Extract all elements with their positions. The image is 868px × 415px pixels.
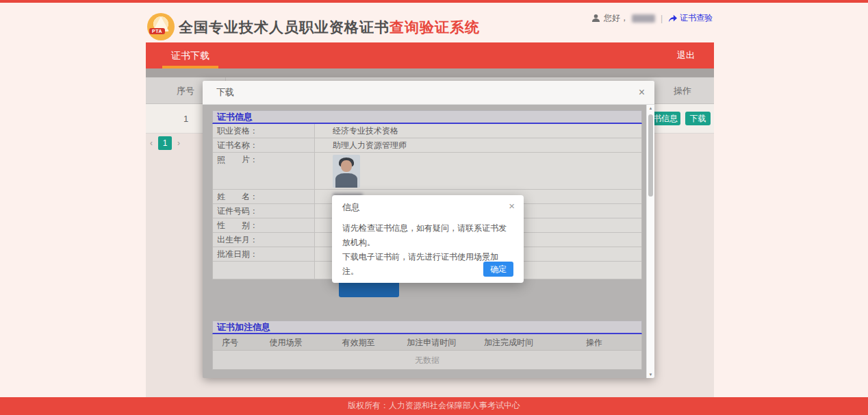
row-label: 批准日期： xyxy=(213,247,314,261)
row-value: 助理人力资源管理师 xyxy=(314,138,641,152)
pagination-next[interactable]: › xyxy=(177,138,180,148)
ann-col: 使用场景 xyxy=(247,334,324,350)
cert-info-section-title: 证书信息 xyxy=(212,110,642,124)
tab-label: 证书下载 xyxy=(171,50,209,61)
info-modal-title: 信息 xyxy=(342,201,360,214)
row-download-button[interactable]: 下载 xyxy=(685,112,711,125)
cert-verify-link[interactable]: 证书查验 xyxy=(668,12,713,24)
ann-col: 有效期至 xyxy=(324,334,393,350)
certificate-photo xyxy=(333,155,360,188)
pagination-page-1[interactable]: 1 xyxy=(158,136,172,150)
info-modal-header: 信息 × xyxy=(332,195,524,216)
modal-scrollbar[interactable]: ▲ ▼ xyxy=(646,105,654,378)
scrollbar-thumb[interactable] xyxy=(648,114,653,197)
annotation-table-header: 序号 使用场景 有效期至 加注申请时间 加注完成时间 操作 xyxy=(213,334,641,351)
bg-col-operation: 操作 xyxy=(651,77,714,103)
user-icon xyxy=(591,14,600,23)
row-value: 经济专业技术资格 xyxy=(314,124,641,138)
no-data-text: 无数据 xyxy=(213,351,641,370)
page-title: 全国专业技术人员职业资格证书查询验证系统 xyxy=(179,18,480,37)
modal-button-zone xyxy=(212,279,642,320)
title-accent: 查询验证系统 xyxy=(390,19,480,35)
redacted-username xyxy=(632,14,655,23)
download-modal-header: 下载 × xyxy=(203,81,654,105)
annotation-table: 序号 使用场景 有效期至 加注申请时间 加注完成时间 操作 无数据 xyxy=(212,334,642,370)
info-modal-close-icon[interactable]: × xyxy=(509,200,515,212)
share-arrow-icon xyxy=(668,14,678,23)
greeting-text: 您好， xyxy=(604,12,628,24)
site-header: PTA 全国专业技术人员职业资格证书查询验证系统 您好， | 证书查验 xyxy=(146,3,714,42)
content-top-strip xyxy=(146,68,714,77)
row-label: 证书名称： xyxy=(213,138,314,152)
download-modal-title: 下载 xyxy=(216,81,234,104)
ok-button[interactable]: 确定 xyxy=(483,262,513,277)
info-line-1: 请先检查证书信息，如有疑问，请联系证书发放机构。 xyxy=(342,221,513,250)
logo-text: PTA xyxy=(149,28,165,34)
pta-logo: PTA xyxy=(147,13,175,40)
row-label: 照 片： xyxy=(213,153,314,189)
verify-link-label: 证书查验 xyxy=(680,12,713,24)
row-label xyxy=(213,262,314,279)
ann-col: 加注完成时间 xyxy=(470,334,548,350)
tab-cert-download[interactable]: 证书下载 xyxy=(162,42,218,68)
pagination: ‹ 1 › xyxy=(150,136,180,150)
download-modal-close-icon[interactable]: × xyxy=(639,81,645,104)
info-modal: 信息 × 请先检查证书信息，如有疑问，请联系证书发放机构。 下载电子证书前，请先… xyxy=(332,195,524,283)
scroll-down-icon[interactable]: ▼ xyxy=(647,373,654,377)
photo-cell xyxy=(314,153,641,189)
ann-col: 序号 xyxy=(213,334,247,350)
ann-col: 操作 xyxy=(547,334,641,350)
annotation-section-title: 证书加注信息 xyxy=(212,320,642,334)
divider: | xyxy=(661,14,663,23)
row-label: 性 别： xyxy=(213,218,314,232)
title-main: 全国专业技术人员职业资格证书 xyxy=(179,19,390,35)
nav-bar: 证书下载 退出 xyxy=(146,42,714,68)
row-label: 职业资格： xyxy=(213,124,314,138)
row-label: 出生年月： xyxy=(213,233,314,247)
pagination-prev[interactable]: ‹ xyxy=(150,138,153,148)
footer-copyright: 版权所有：人力资源和社会保障部人事考试中心 xyxy=(0,397,868,414)
logout-button[interactable]: 退出 xyxy=(677,42,695,68)
row-label: 姓 名： xyxy=(213,190,314,203)
row-label: 证件号码： xyxy=(213,204,314,218)
user-greeting: 您好， | 证书查验 xyxy=(591,12,713,24)
footer-bar: 版权所有：人力资源和社会保障部人事考试中心 xyxy=(0,397,868,415)
ann-col: 加注申请时间 xyxy=(393,334,470,350)
scroll-up-icon[interactable]: ▲ xyxy=(647,106,654,110)
